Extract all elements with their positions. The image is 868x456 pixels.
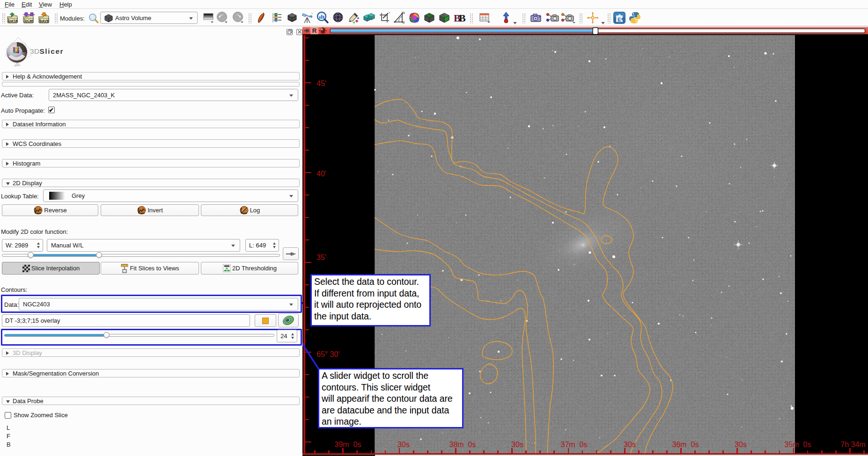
svg-text:30s: 30s (397, 441, 410, 449)
svg-text:65° 30': 65° 30' (316, 350, 340, 358)
svg-text:38m 0s: 38m 0s (449, 441, 476, 449)
svg-text:E: E (618, 17, 621, 22)
svg-text:DCM: DCM (25, 19, 33, 23)
svg-text:7h 34m: 7h 34m (840, 441, 865, 449)
svg-text:35m 0s: 35m 0s (785, 441, 811, 449)
svg-text:45': 45' (316, 80, 326, 87)
svg-text:36m 0s: 36m 0s (672, 441, 699, 449)
svg-text:SAVE: SAVE (40, 19, 49, 23)
svg-text:R: R (312, 27, 317, 34)
svg-text:30s: 30s (735, 441, 747, 449)
svg-text:40': 40' (316, 170, 326, 178)
svg-text:DATA: DATA (8, 19, 18, 23)
svg-text:30s: 30s (624, 441, 636, 449)
svg-text:39m 0s: 39m 0s (335, 441, 361, 449)
svg-text:35': 35' (316, 253, 326, 261)
svg-text:B: B (459, 12, 466, 24)
svg-text:37m 0s: 37m 0s (561, 441, 588, 449)
svg-text:30s: 30s (511, 441, 523, 449)
